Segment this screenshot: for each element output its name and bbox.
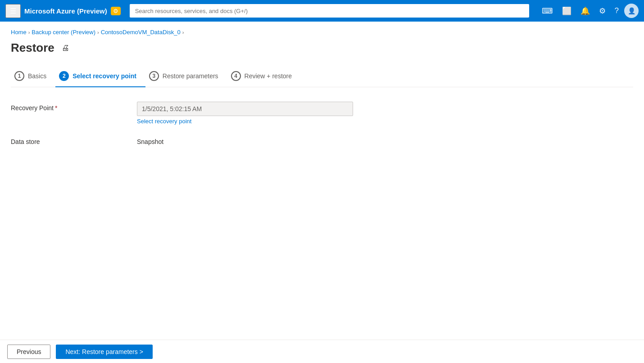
terminal-button[interactable]: ⌨ [538, 4, 557, 18]
feedback-button[interactable]: ⬜ [558, 4, 575, 18]
select-recovery-point-link[interactable]: Select recovery point [137, 118, 416, 125]
breadcrumb: Home › Backup center (Preview) › Contoso… [11, 29, 633, 36]
step-circle-2: 2 [59, 71, 69, 81]
navbar-icons: ⌨ ⬜ 🔔 ⚙ ? 👤 [538, 4, 639, 18]
step-circle-1: 1 [14, 71, 24, 81]
recovery-point-input[interactable] [137, 102, 353, 116]
data-store-row: Data store Snapshot [11, 135, 416, 145]
breadcrumb-current: ContosoDemoVM_DataDisk_0 [101, 29, 181, 36]
avatar[interactable]: 👤 [624, 4, 639, 18]
help-icon: ? [615, 6, 619, 15]
badge-icon: ⚙ [113, 8, 118, 14]
wizard-step-restore-parameters[interactable]: 3 Restore parameters [145, 66, 227, 87]
wizard-steps: 1 Basics 2 Select recovery point 3 Resto… [11, 66, 633, 87]
app-title: Microsoft Azure (Preview) [24, 7, 107, 15]
data-store-label: Data store [11, 135, 137, 145]
terminal-icon: ⌨ [542, 6, 553, 16]
breadcrumb-sep-3: › [182, 30, 184, 35]
notifications-button[interactable]: 🔔 [577, 4, 594, 18]
recovery-point-label: Recovery Point* [11, 102, 137, 112]
data-store-value: Snapshot [137, 135, 163, 145]
notifications-icon: 🔔 [581, 6, 590, 16]
content-area: Home › Backup center (Preview) › Contoso… [0, 22, 644, 152]
step-circle-4: 4 [231, 71, 241, 81]
print-icon: 🖨 [62, 44, 69, 52]
page-title: Restore [11, 41, 54, 55]
main-content: Home › Backup center (Preview) › Contoso… [0, 22, 644, 152]
settings-button[interactable]: ⚙ [595, 4, 609, 18]
feedback-icon: ⬜ [562, 6, 571, 16]
required-star: * [55, 104, 57, 112]
print-button[interactable]: 🖨 [60, 42, 71, 54]
wizard-step-recovery-point[interactable]: 2 Select recovery point [55, 66, 145, 87]
avatar-icon: 👤 [628, 7, 635, 14]
page-title-row: Restore 🖨 [11, 41, 633, 55]
wizard-step-review-restore[interactable]: 4 Review + restore [227, 66, 301, 87]
recovery-point-control: Select recovery point [137, 102, 416, 125]
breadcrumb-home[interactable]: Home [11, 29, 27, 36]
search-input[interactable] [130, 4, 529, 18]
recovery-point-row: Recovery Point* Select recovery point [11, 102, 416, 125]
navbar: ☰ Microsoft Azure (Preview) ⚙ ⌨ ⬜ 🔔 ⚙ ? … [0, 0, 644, 22]
form-section: Recovery Point* Select recovery point Da… [11, 102, 416, 145]
help-button[interactable]: ? [611, 4, 622, 17]
step-label-restore-parameters: Restore parameters [163, 72, 218, 80]
hamburger-icon: ☰ [10, 7, 16, 15]
breadcrumb-sep-2: › [97, 30, 99, 35]
step-label-recovery-point: Select recovery point [73, 72, 136, 80]
step-label-review-restore: Review + restore [245, 72, 292, 80]
wizard-step-basics[interactable]: 1 Basics [11, 66, 55, 87]
navbar-badge: ⚙ [111, 7, 121, 15]
breadcrumb-sep-1: › [28, 30, 30, 35]
breadcrumb-backup-center[interactable]: Backup center (Preview) [32, 29, 95, 36]
step-label-basics: Basics [28, 72, 46, 80]
settings-icon: ⚙ [599, 6, 606, 16]
hamburger-button[interactable]: ☰ [5, 4, 21, 18]
step-circle-3: 3 [149, 71, 159, 81]
